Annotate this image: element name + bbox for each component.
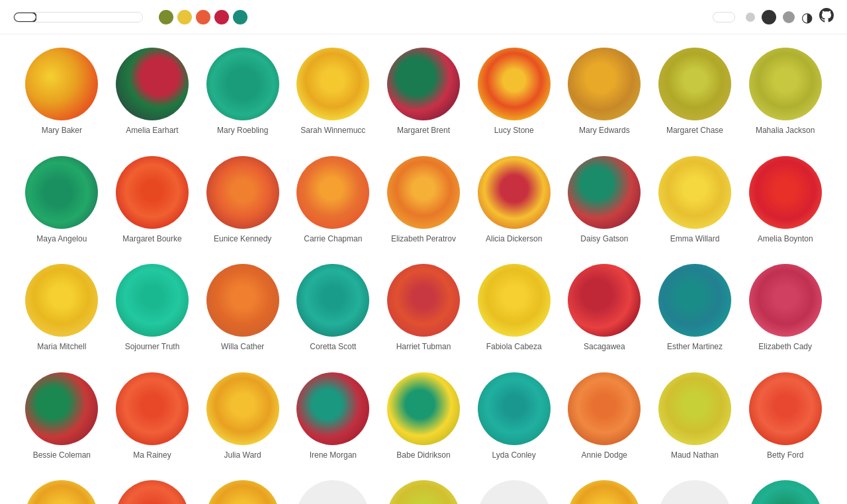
list-item[interactable]: Harriet Tubman [387, 264, 460, 353]
random-palette-button[interactable] [713, 12, 735, 22]
list-item[interactable] [658, 480, 731, 504]
avatar [206, 156, 279, 229]
list-item[interactable]: Lyda Conley [478, 372, 551, 461]
item-label: Mary Roebling [217, 126, 268, 136]
avatar [568, 156, 641, 229]
list-item[interactable]: Ma Rainey [116, 372, 189, 461]
avatar [478, 48, 551, 120]
item-label: Julia Ward [224, 450, 261, 461]
list-item[interactable]: Elizabeth Cady [749, 264, 822, 353]
avatar [25, 480, 98, 504]
item-label: Elizabeth Peratrov [391, 234, 456, 245]
list-item[interactable]: Babe Didrikson [387, 372, 460, 461]
list-item[interactable]: Margaret Brent [387, 48, 460, 136]
list-item[interactable]: Mary Roebling [206, 48, 279, 136]
contrast-icon[interactable]: ◑ [801, 9, 813, 25]
list-item[interactable]: Fabiola Cabeza [478, 264, 551, 353]
item-label: Babe Didrikson [396, 450, 450, 461]
item-label: Mahalia Jackson [756, 126, 815, 136]
item-label: Lyda Conley [492, 450, 536, 461]
list-item[interactable]: Daisy Gatson [568, 156, 641, 245]
list-item[interactable]: Elizabeth Peratrov [387, 156, 460, 245]
icon-controls: ◑ [746, 8, 834, 26]
list-item[interactable]: Amelia Boynton [749, 156, 822, 245]
item-label: Sarah Winnemucc [300, 126, 365, 136]
list-item[interactable]: Coretta Scott [296, 264, 369, 353]
avatar [206, 264, 279, 337]
item-label: Sacagawea [584, 342, 625, 353]
avatar [387, 372, 460, 445]
large-dot-icon[interactable] [762, 10, 776, 24]
list-item[interactable] [387, 480, 460, 504]
avatar [116, 372, 189, 445]
list-item[interactable]: Willa Cather [206, 264, 279, 353]
list-item[interactable]: Annie Dodge [568, 372, 641, 461]
avatar [116, 156, 189, 229]
item-label: Margaret Brent [397, 126, 450, 136]
avatar-grid: Mary BakerAmelia EarhartMary RoeblingSar… [20, 48, 827, 504]
list-item[interactable]: Amelia Earhart [116, 48, 189, 136]
list-item[interactable]: Eunice Kennedy [206, 156, 279, 245]
list-item[interactable] [296, 480, 369, 504]
list-item[interactable] [749, 480, 822, 504]
list-item[interactable] [206, 480, 279, 504]
tab-marble[interactable] [13, 12, 37, 22]
avatar [206, 48, 279, 120]
medium-dot-icon[interactable] [783, 11, 795, 23]
avatar [478, 156, 551, 229]
list-item[interactable] [25, 480, 98, 504]
list-item[interactable] [568, 480, 641, 504]
tab-bauhaus[interactable] [100, 13, 121, 22]
list-item[interactable]: Julia Ward [206, 372, 279, 461]
list-item[interactable]: Bessie Coleman [25, 372, 98, 461]
list-item[interactable]: Emma Willard [658, 156, 731, 245]
list-item[interactable]: Sarah Winnemucc [296, 48, 369, 136]
avatar [749, 156, 822, 229]
list-item[interactable]: Lucy Stone [478, 48, 551, 136]
list-item[interactable]: Mary Baker [25, 48, 98, 136]
item-label: Willa Cather [221, 342, 264, 353]
list-item[interactable]: Maud Nathan [658, 372, 731, 461]
tab-sunset[interactable] [79, 13, 100, 22]
list-item[interactable]: Irene Morgan [296, 372, 369, 461]
palette-dot-2[interactable] [177, 10, 192, 24]
list-item[interactable]: Sojourner Truth [116, 264, 189, 353]
list-item[interactable]: Carrie Chapman [296, 156, 369, 245]
palette-dot-5[interactable] [233, 10, 247, 24]
github-icon[interactable] [819, 8, 834, 26]
palette-dot-3[interactable] [196, 10, 210, 24]
list-item[interactable]: Alicia Dickerson [478, 156, 551, 245]
list-item[interactable] [116, 480, 189, 504]
palette-swatches [159, 10, 247, 24]
list-item[interactable]: Sacagawea [568, 264, 641, 353]
item-label: Margaret Chase [666, 126, 723, 136]
main-content: Mary BakerAmelia EarhartMary RoeblingSar… [0, 34, 847, 504]
list-item[interactable]: Margaret Chase [658, 48, 731, 136]
list-item[interactable]: Betty Ford [749, 372, 822, 461]
avatar [387, 264, 460, 337]
tab-pixel[interactable] [58, 13, 79, 22]
avatar [25, 264, 98, 337]
item-label: Fabiola Cabeza [486, 342, 542, 353]
list-item[interactable]: Esther Martinez [658, 264, 731, 353]
avatar [749, 48, 822, 120]
list-item[interactable]: Mary Edwards [568, 48, 641, 136]
list-item[interactable]: Margaret Bourke [116, 156, 189, 245]
avatar [658, 480, 731, 504]
tab-beam[interactable] [36, 13, 58, 22]
list-item[interactable] [478, 480, 551, 504]
list-item[interactable]: Mahalia Jackson [749, 48, 822, 136]
list-item[interactable]: Maya Angelou [25, 156, 98, 245]
list-item[interactable]: Maria Mitchell [25, 264, 98, 353]
palette-dot-4[interactable] [214, 10, 229, 24]
item-label: Mary Edwards [579, 126, 630, 136]
item-label: Margaret Bourke [122, 234, 181, 245]
avatar [749, 372, 822, 445]
avatar [116, 48, 189, 120]
avatar [25, 156, 98, 229]
palette-dot-1[interactable] [159, 10, 173, 24]
avatar [568, 372, 641, 445]
avatar [206, 372, 279, 445]
tab-ring[interactable] [121, 13, 142, 22]
small-dot-icon[interactable] [746, 13, 755, 22]
